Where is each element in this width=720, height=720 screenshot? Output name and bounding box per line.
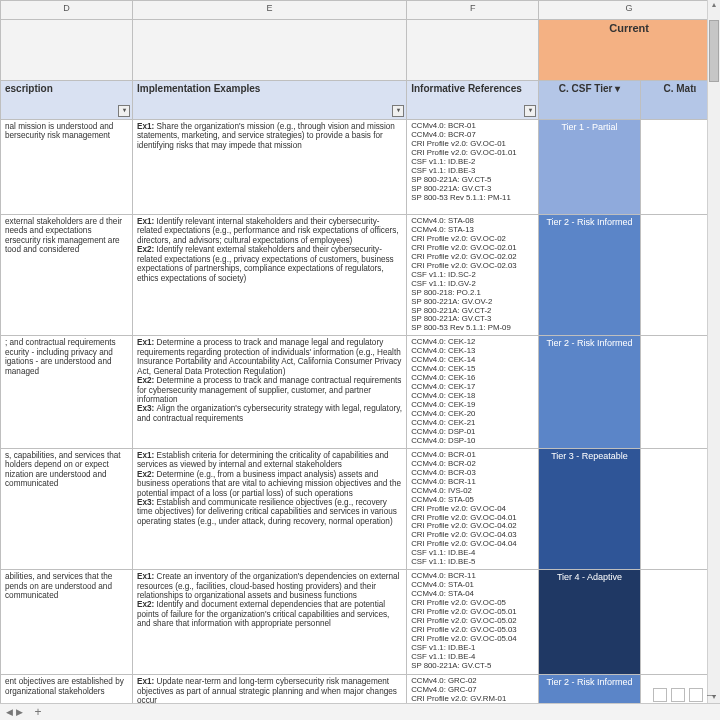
filter-icon[interactable]: ▾ bbox=[118, 105, 130, 117]
current-section-header: Current bbox=[539, 20, 720, 81]
description-cell[interactable]: ; and contractual requirements ecurity -… bbox=[1, 336, 133, 448]
page-layout-view-icon[interactable] bbox=[671, 688, 685, 702]
col-letter-d[interactable]: D bbox=[1, 1, 133, 20]
column-letter-row: D E F G bbox=[1, 1, 720, 20]
implementation-cell[interactable]: Ex1: Identify relevant internal stakehol… bbox=[133, 215, 407, 336]
scroll-up-arrow-icon[interactable]: ▴ bbox=[708, 0, 720, 12]
header-references-label: Informative References bbox=[411, 83, 522, 94]
implementation-cell[interactable]: Ex1: Establish criteria for determining … bbox=[133, 448, 407, 569]
vertical-scrollbar[interactable]: ▴ ▾ bbox=[707, 0, 720, 704]
col-letter-g[interactable]: G bbox=[539, 1, 720, 20]
col-letter-e[interactable]: E bbox=[133, 1, 407, 20]
page-break-view-icon[interactable] bbox=[689, 688, 703, 702]
col-letter-f[interactable]: F bbox=[407, 1, 539, 20]
references-cell[interactable]: CCMv4.0: BCR-11 CCMv4.0: STA-01 CCMv4.0:… bbox=[407, 570, 539, 675]
add-sheet-button[interactable]: + bbox=[29, 706, 48, 718]
references-cell[interactable]: CCMv4.0: BCR-01 CCMv4.0: BCR-02 CCMv4.0:… bbox=[407, 448, 539, 569]
filter-icon[interactable]: ▾ bbox=[524, 105, 536, 117]
implementation-cell[interactable]: Ex1: Determine a process to track and ma… bbox=[133, 336, 407, 448]
header-csf-tier[interactable]: C. CSF Tier ▾ bbox=[539, 81, 641, 120]
header-matr-label: C. Matι bbox=[663, 83, 696, 94]
filter-icon[interactable]: ▾ bbox=[615, 83, 620, 94]
header-csf-tier-label: C. CSF Tier bbox=[559, 83, 613, 94]
header-implementation-label: Implementation Examples bbox=[137, 83, 260, 94]
table-row: ; and contractual requirements ecurity -… bbox=[1, 336, 720, 448]
view-controls: — bbox=[653, 688, 716, 702]
header-description[interactable]: escription ▾ bbox=[1, 81, 133, 120]
blank-hdr-d bbox=[1, 20, 133, 81]
description-cell[interactable]: external stakeholders are d their needs … bbox=[1, 215, 133, 336]
header-implementation[interactable]: Implementation Examples ▾ bbox=[133, 81, 407, 120]
description-cell[interactable]: nal mission is understood and bersecurit… bbox=[1, 120, 133, 215]
header-description-label: escription bbox=[5, 83, 53, 94]
references-cell[interactable]: CCMv4.0: CEK-12 CCMv4.0: CEK-13 CCMv4.0:… bbox=[407, 336, 539, 448]
zoom-dash-icon[interactable]: — bbox=[707, 690, 716, 700]
csf-tier-cell[interactable]: Tier 1 - Partial bbox=[539, 120, 641, 215]
worksheet-grid: D E F G Current escription ▾ Implementat… bbox=[0, 0, 720, 720]
table-row: abilities, and services that the pends o… bbox=[1, 570, 720, 675]
blank-hdr-e bbox=[133, 20, 407, 81]
blank-hdr-f bbox=[407, 20, 539, 81]
csf-tier-cell[interactable]: Tier 4 - Adaptive bbox=[539, 570, 641, 675]
table-row: nal mission is understood and bersecurit… bbox=[1, 120, 720, 215]
references-cell[interactable]: CCMv4.0: STA-08 CCMv4.0: STA-13 CRI Prof… bbox=[407, 215, 539, 336]
description-cell[interactable]: abilities, and services that the pends o… bbox=[1, 570, 133, 675]
normal-view-icon[interactable] bbox=[653, 688, 667, 702]
scroll-thumb[interactable] bbox=[709, 20, 719, 82]
header-references[interactable]: Informative References ▾ bbox=[407, 81, 539, 120]
sheet-nav-arrows-icon[interactable]: ◀ ▶ bbox=[0, 707, 29, 717]
table-row: s, capabilities, and services that holde… bbox=[1, 448, 720, 569]
table-row: external stakeholders are d their needs … bbox=[1, 215, 720, 336]
filter-icon[interactable]: ▾ bbox=[392, 105, 404, 117]
description-cell[interactable]: s, capabilities, and services that holde… bbox=[1, 448, 133, 569]
implementation-cell[interactable]: Ex1: Share the organization's mission (e… bbox=[133, 120, 407, 215]
implementation-cell[interactable]: Ex1: Create an inventory of the organiza… bbox=[133, 570, 407, 675]
sheet-tab-bar: ◀ ▶ + bbox=[0, 703, 720, 720]
csf-tier-cell[interactable]: Tier 2 - Risk Informed bbox=[539, 336, 641, 448]
csf-tier-cell[interactable]: Tier 3 - Repeatable bbox=[539, 448, 641, 569]
spreadsheet-viewport: D E F G Current escription ▾ Implementat… bbox=[0, 0, 720, 720]
references-cell[interactable]: CCMv4.0: BCR-01 CCMv4.0: BCR-07 CRI Prof… bbox=[407, 120, 539, 215]
csf-tier-cell[interactable]: Tier 2 - Risk Informed bbox=[539, 215, 641, 336]
